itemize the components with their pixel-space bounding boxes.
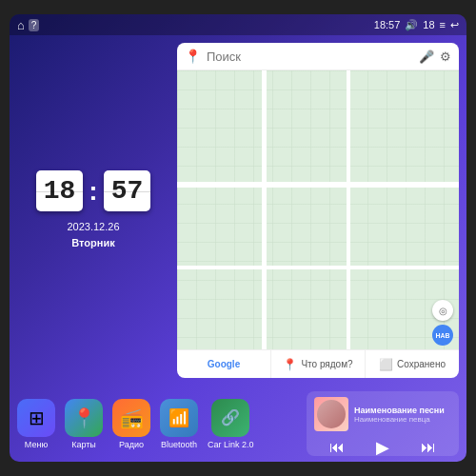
volume-icon: 🔊 bbox=[405, 19, 418, 31]
device-frame: ⌂ ? 18:57 🔊 18 ≡ ↩ 18 : 57 2023.12.26 Вт… bbox=[10, 14, 466, 462]
app-maps[interactable]: 📍 Карты bbox=[65, 399, 103, 449]
app-carlink[interactable]: 🔗 Car Link 2.0 bbox=[208, 399, 254, 449]
clock-hours: 18 bbox=[36, 170, 84, 211]
music-controls: ⏮ ▶ ⏭ bbox=[314, 435, 451, 460]
app-radio-label: Радио bbox=[119, 440, 144, 449]
clock-date: 2023.12.26 Вторник bbox=[67, 219, 119, 250]
road-vertical-1 bbox=[262, 70, 267, 349]
road-horizontal-2 bbox=[177, 266, 459, 269]
music-artist: Наименование певца bbox=[354, 415, 451, 424]
clock-minutes: 57 bbox=[104, 170, 151, 211]
app-menu[interactable]: ⊞ Меню bbox=[17, 399, 55, 449]
carlink-icon-wrap: 🔗 bbox=[211, 399, 249, 437]
map-nav-button[interactable]: НАВ bbox=[432, 325, 453, 346]
bottom-dock: ⊞ Меню 📍 Карты 📻 Радио 📶 Bluetooth 🔗 Car… bbox=[10, 386, 466, 462]
clock-date-value: 2023.12.26 bbox=[67, 219, 119, 235]
map-search-bar: 📍 🎤 ⚙ bbox=[177, 43, 459, 70]
map-search-actions: 🎤 ⚙ bbox=[419, 50, 451, 64]
map-background bbox=[177, 70, 459, 349]
home-icon[interactable]: ⌂ bbox=[17, 18, 25, 32]
status-time: 18:57 bbox=[374, 19, 401, 30]
app-bluetooth[interactable]: 📶 Bluetooth bbox=[160, 399, 198, 449]
question-icon[interactable]: ? bbox=[29, 19, 40, 31]
next-button[interactable]: ⏭ bbox=[417, 437, 440, 458]
map-nearby-button[interactable]: Google bbox=[177, 350, 271, 378]
google-logo: Google bbox=[208, 359, 240, 369]
bluetooth-icon-wrap: 📶 bbox=[160, 399, 198, 437]
play-button[interactable]: ▶ bbox=[372, 435, 393, 460]
road-horizontal-1 bbox=[177, 182, 459, 188]
map-saved-tab[interactable]: ⬜ Сохранено bbox=[366, 350, 459, 378]
saved-label: Сохранено bbox=[397, 359, 446, 369]
map-search-input[interactable] bbox=[207, 50, 413, 64]
map-location-button[interactable]: ◎ bbox=[432, 300, 453, 321]
app-carlink-label: Car Link 2.0 bbox=[208, 440, 254, 449]
app-maps-label: Карты bbox=[71, 440, 96, 449]
map-content[interactable]: ◎ НАВ bbox=[177, 70, 459, 349]
status-right: 18:57 🔊 18 ≡ ↩ bbox=[374, 19, 459, 31]
nearby-icon: 📍 bbox=[283, 358, 297, 371]
music-title: Наименование песни bbox=[354, 406, 451, 415]
road-vertical-2 bbox=[347, 70, 350, 349]
map-settings-icon[interactable]: ⚙ bbox=[440, 50, 451, 64]
music-thumb-inner bbox=[317, 400, 346, 428]
map-widget: 📍 🎤 ⚙ ◎ НАВ bbox=[177, 43, 459, 378]
prev-button[interactable]: ⏮ bbox=[326, 437, 348, 458]
clock-weekday: Вторник bbox=[67, 235, 119, 251]
radio-icon-wrap: 📻 bbox=[112, 399, 150, 437]
map-pin-icon: 📍 bbox=[185, 49, 201, 64]
music-text: Наименование песни Наименование певца bbox=[354, 406, 451, 424]
back-icon[interactable]: ↩ bbox=[450, 19, 459, 31]
map-nav-label: НАВ bbox=[435, 332, 449, 339]
music-player: Наименование песни Наименование певца ⏮ … bbox=[307, 391, 459, 456]
battery-level: 18 bbox=[423, 19, 434, 30]
saved-icon: ⬜ bbox=[379, 358, 393, 371]
music-info-row: Наименование песни Наименование певца bbox=[314, 397, 451, 431]
map-footer: Google 📍 Что рядом? ⬜ Сохранено bbox=[177, 349, 459, 378]
app-icons: ⊞ Меню 📍 Карты 📻 Радио 📶 Bluetooth 🔗 Car… bbox=[17, 391, 301, 456]
menu-icon-wrap: ⊞ bbox=[17, 399, 55, 437]
main-area: 18 : 57 2023.12.26 Вторник 📍 🎤 ⚙ bbox=[10, 35, 466, 386]
app-bluetooth-label: Bluetooth bbox=[161, 440, 197, 449]
clock-widget: 18 : 57 2023.12.26 Вторник bbox=[17, 43, 169, 378]
nearby-label: Что рядом? bbox=[301, 359, 352, 369]
music-thumbnail bbox=[314, 397, 348, 431]
maps-icon-wrap: 📍 bbox=[65, 399, 103, 437]
status-left: ⌂ ? bbox=[17, 18, 39, 32]
app-menu-label: Меню bbox=[25, 440, 48, 449]
map-nearby-tab[interactable]: 📍 Что рядом? bbox=[271, 350, 366, 378]
map-mic-icon[interactable]: 🎤 bbox=[419, 50, 434, 64]
status-bar: ⌂ ? 18:57 🔊 18 ≡ ↩ bbox=[10, 14, 466, 35]
menu-icon[interactable]: ≡ bbox=[440, 19, 446, 30]
clock-colon: : bbox=[89, 176, 97, 207]
app-radio[interactable]: 📻 Радио bbox=[112, 399, 150, 449]
flip-clock: 18 : 57 bbox=[36, 170, 151, 211]
